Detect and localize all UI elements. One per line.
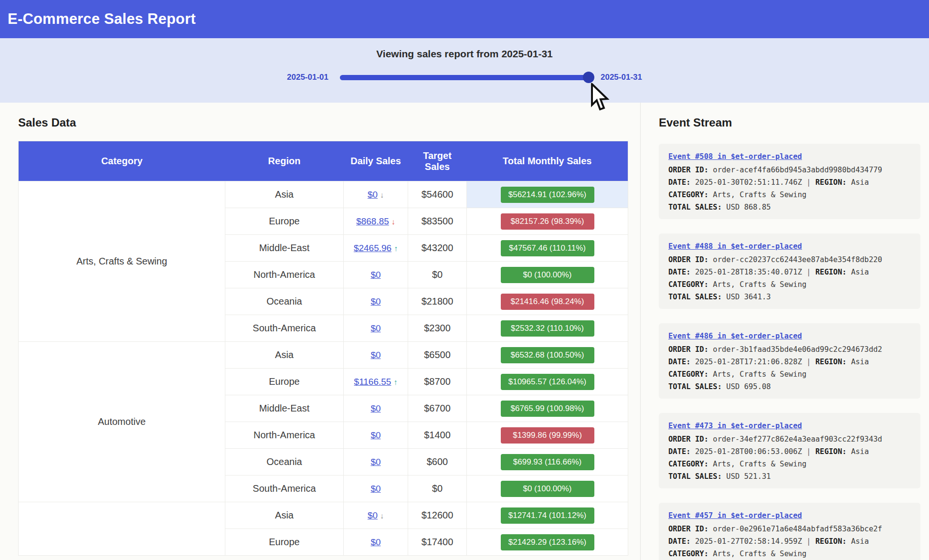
total-sales-value: USD 3641.3 (722, 293, 771, 301)
event-detail-line: TOTAL SALES: USD 521.31 (668, 470, 911, 483)
total-monthly-sales-cell: $82157.26 (98.39%) (467, 208, 628, 235)
daily-sales-cell: $0 (344, 262, 408, 288)
target-sales-cell: $6700 (408, 395, 467, 422)
category-value: Arts, Crafts & Sewing (708, 280, 806, 289)
total-monthly-sales-cell: $10965.57 (126.04%) (467, 369, 628, 395)
daily-sales-cell: $0 (344, 529, 408, 556)
daily-sales-link[interactable]: $0 (370, 403, 380, 413)
region-label: REGION: (811, 268, 847, 276)
daily-sales-link[interactable]: $868.85 (356, 216, 389, 226)
table-row: Arts, Crafts & SewingAsia$0↓$54600$56214… (19, 181, 628, 208)
content-area: Sales Data Category Region Daily Sales T… (0, 103, 929, 560)
daily-sales-link[interactable]: $0 (370, 457, 380, 467)
total-sales-badge: $21416.46 (98.24%) (501, 294, 594, 310)
region-label: REGION: (811, 537, 847, 546)
region-cell: South-America (225, 475, 344, 502)
target-sales-cell: $21800 (408, 288, 467, 315)
category-label: CATEGORY: (668, 280, 708, 289)
region-value: Asia (846, 447, 869, 456)
event-detail-line: ORDER ID: order-3b1faad35bde4e06ad99c2c2… (668, 343, 911, 356)
total-monthly-sales-cell: $21429.29 (123.16%) (467, 529, 628, 556)
event-detail-line: CATEGORY: Arts, Crafts & Sewing (668, 278, 911, 291)
column-header-target-sales: Target Sales (408, 141, 467, 181)
total-sales-badge: $56214.91 (102.96%) (501, 187, 594, 203)
total-sales-value: USD 521.31 (722, 472, 771, 481)
region-cell: Asia (225, 342, 344, 369)
table-row: Asia$0↓$12600$12741.74 (101.12%) (19, 502, 628, 529)
category-value: Arts, Crafts & Sewing (708, 370, 806, 379)
daily-sales-cell: $0 (344, 475, 408, 502)
category-cell: Arts, Crafts & Sewing (19, 181, 225, 342)
sales-table: Category Region Daily Sales Target Sales… (18, 141, 628, 556)
date-filter-section: Viewing sales report from 2025-01-31 202… (0, 38, 929, 103)
daily-sales-link[interactable]: $0 (368, 190, 378, 200)
order-id-label: ORDER ID: (668, 345, 708, 354)
down-arrow-icon: ↓ (380, 191, 384, 199)
event-card: Event #488 in $et-order-placedORDER ID: … (659, 233, 920, 309)
region-cell: Asia (225, 502, 344, 529)
date-slider-thumb[interactable] (583, 72, 594, 83)
region-value: Asia (846, 537, 869, 546)
target-sales-cell: $54600 (408, 181, 467, 208)
target-sales-cell: $83500 (408, 208, 467, 235)
region-cell: Oceania (225, 449, 344, 475)
category-label: CATEGORY: (668, 370, 708, 379)
event-link[interactable]: Event #508 in $et-order-placed (668, 150, 802, 163)
total-sales-badge: $6532.68 (100.50%) (501, 347, 594, 363)
daily-sales-cell: $0 (344, 315, 408, 342)
daily-sales-link[interactable]: $0 (370, 350, 380, 360)
total-monthly-sales-cell: $56214.91 (102.96%) (467, 181, 628, 208)
event-link[interactable]: Event #457 in $et-order-placed (668, 509, 802, 522)
region-value: Asia (846, 178, 869, 187)
event-detail-line: TOTAL SALES: USD 868.85 (668, 201, 911, 213)
region-cell: South-America (225, 315, 344, 342)
event-card: Event #473 in $et-order-placedORDER ID: … (659, 413, 920, 488)
event-card: Event #508 in $et-order-placedORDER ID: … (659, 144, 920, 219)
sales-data-panel: Sales Data Category Region Daily Sales T… (0, 103, 640, 560)
category-cell (19, 502, 225, 556)
event-link[interactable]: Event #473 in $et-order-placed (668, 420, 802, 432)
total-monthly-sales-cell: $1399.86 (99.99%) (467, 422, 628, 449)
event-detail-line: ORDER ID: order-0e2961e71a6e484abfadf583… (668, 523, 911, 535)
total-monthly-sales-cell: $0 (100.00%) (467, 262, 628, 288)
daily-sales-link[interactable]: $0 (370, 270, 380, 280)
date-label: DATE: (668, 358, 691, 366)
date-value: 2025-01-28T17:21:06.828Z (691, 358, 807, 366)
region-cell: Middle-East (225, 395, 344, 422)
daily-sales-link[interactable]: $0 (370, 323, 380, 333)
daily-sales-link[interactable]: $0 (370, 430, 380, 440)
daily-sales-link[interactable]: $2465.96 (354, 243, 391, 253)
daily-sales-link[interactable]: $0 (370, 296, 380, 306)
daily-sales-link[interactable]: $1166.55 (354, 377, 391, 387)
event-detail-line: DATE: 2025-01-28T18:35:40.071Z | REGION:… (668, 266, 911, 278)
order-id-value: order-cc20237cc62443ee87ab4e354f8db220 (708, 255, 882, 264)
daily-sales-cell: $0 (344, 422, 408, 449)
event-detail-line: ORDER ID: order-cc20237cc62443ee87ab4e35… (668, 254, 911, 266)
daily-sales-link[interactable]: $0 (370, 537, 380, 547)
sales-table-header: Category Region Daily Sales Target Sales… (19, 141, 628, 181)
separator: | (806, 358, 811, 366)
daily-sales-cell: $1166.55↑ (344, 369, 408, 395)
event-list: Event #508 in $et-order-placedORDER ID: … (659, 144, 920, 560)
daily-sales-link[interactable]: $0 (370, 484, 380, 494)
daily-sales-cell: $868.85↓ (344, 208, 408, 235)
region-cell: Oceania (225, 288, 344, 315)
total-sales-label: TOTAL SALES: (668, 203, 722, 211)
event-detail-line: CATEGORY: Arts, Crafts & Sewing (668, 458, 911, 470)
total-monthly-sales-cell: $2532.32 (110.10%) (467, 315, 628, 342)
slider-min-label: 2025-01-01 (287, 73, 328, 82)
order-id-label: ORDER ID: (668, 255, 708, 264)
event-link[interactable]: Event #488 in $et-order-placed (668, 240, 802, 253)
date-slider-row: 2025-01-01 2025-01-31 (0, 73, 929, 82)
daily-sales-link[interactable]: $0 (368, 510, 378, 520)
separator: | (806, 268, 811, 276)
date-slider[interactable] (340, 75, 589, 80)
date-label: DATE: (668, 447, 691, 456)
daily-sales-cell: $0 (344, 395, 408, 422)
event-link[interactable]: Event #486 in $et-order-placed (668, 330, 802, 342)
table-row: AutomotiveAsia$0$6500$6532.68 (100.50%) (19, 342, 628, 369)
target-sales-cell: $0 (408, 475, 467, 502)
event-card: Event #486 in $et-order-placedORDER ID: … (659, 323, 920, 399)
date-value: 2025-01-28T18:35:40.071Z (691, 268, 807, 276)
app-header: E-Commerce Sales Report (0, 0, 929, 38)
